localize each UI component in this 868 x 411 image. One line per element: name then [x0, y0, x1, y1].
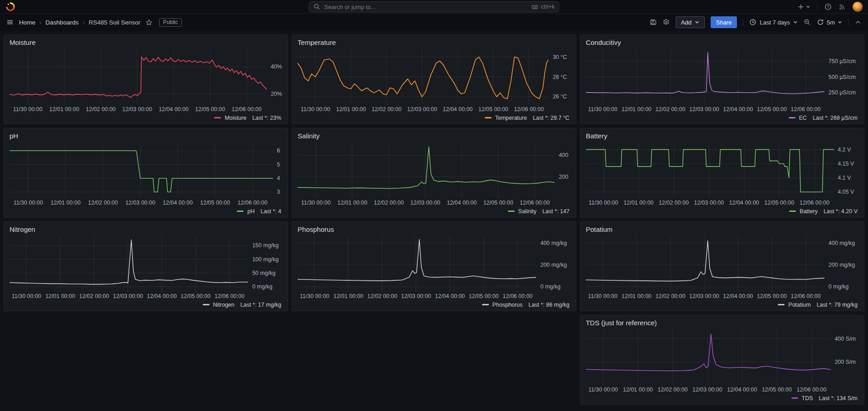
y-axis: 400 S/m200 S/m: [830, 329, 858, 385]
time-series-plot[interactable]: [297, 49, 548, 105]
help-button[interactable]: ?: [824, 3, 832, 10]
settings-button[interactable]: [663, 19, 670, 26]
x-axis-label: 12/03 00:00: [694, 200, 724, 206]
time-series-plot[interactable]: [586, 329, 831, 385]
legend-ph[interactable]: pH Last *: 4: [10, 206, 282, 216]
collapse-toolbar-button[interactable]: [854, 19, 862, 26]
y-axis-label: 200 S/m: [834, 359, 856, 365]
grafana-logo[interactable]: [5, 2, 15, 12]
x-axis-label: 12/05 00:00: [469, 293, 499, 299]
legend-salinity[interactable]: Salinity Last *: 147: [297, 206, 570, 216]
legend-potatium[interactable]: Potatium Last *: 79 mg/kg: [586, 300, 858, 309]
legend-nitrogen[interactable]: Nitrogen Last *: 17 mg/kg: [10, 300, 282, 309]
user-avatar[interactable]: [853, 2, 863, 12]
y-axis-label: 3: [277, 189, 280, 195]
legend-battery[interactable]: Battery Last *: 4.20 V: [586, 206, 858, 216]
chart-area: 400200: [297, 142, 570, 198]
add-button[interactable]: Add: [676, 16, 705, 28]
nav-right-actions: ?: [797, 2, 863, 12]
time-series-plot[interactable]: [10, 49, 267, 105]
legend-moisture[interactable]: Moisture Last *: 23%: [10, 113, 282, 122]
legend-series-name: Salinity: [518, 208, 536, 215]
time-series-plot[interactable]: [297, 142, 555, 198]
breadcrumb-dashboards[interactable]: Dashboards: [45, 19, 78, 26]
x-axis-label: 12/04 00:00: [723, 106, 753, 113]
x-axis-label: 12/06 00:00: [791, 293, 821, 299]
legend-tds-just-for-reference[interactable]: TDS Last *: 134 S/m: [586, 393, 858, 403]
x-axis-label: 12/02 00:00: [79, 293, 109, 299]
panel-title[interactable]: Temperature: [297, 38, 570, 47]
x-axis-label: 12/01 00:00: [336, 106, 366, 113]
x-axis-label: 12/06 00:00: [800, 200, 829, 206]
time-series-plot[interactable]: [10, 236, 248, 292]
search-shortcut-label: ctrl+k: [541, 4, 555, 10]
news-button[interactable]: [839, 3, 846, 10]
legend-conducitivy[interactable]: EC Last *: 268 µS/cm: [586, 113, 858, 122]
panel-title[interactable]: Salinity: [297, 132, 570, 141]
x-axis-label: 12/06 00:00: [502, 293, 532, 299]
favorite-star-button[interactable]: [146, 19, 152, 26]
legend-phosphorus[interactable]: Phosphorus Last *: 86 mg/kg: [297, 300, 570, 309]
panel-moisture: Moisture 40%20% 11/30 00:0012/01 00:0012…: [4, 34, 288, 124]
plot-region: [297, 236, 536, 292]
time-series-plot[interactable]: [586, 142, 834, 198]
legend-series-dash: [237, 210, 244, 212]
panel-title[interactable]: Battery: [586, 132, 858, 141]
chart-area: 6543: [10, 142, 282, 198]
x-axis-label: 12/03 00:00: [689, 293, 719, 299]
time-series-plot[interactable]: [297, 236, 536, 292]
panel-title[interactable]: pH: [10, 132, 282, 141]
panel-title[interactable]: Moisture: [10, 38, 282, 47]
y-axis-label: 4.2 V: [838, 147, 851, 153]
panel-temperature: Temperature 30 °C28 °C26 °C 11/30 00:001…: [292, 34, 576, 124]
refresh-button[interactable]: 5m: [817, 19, 842, 26]
x-axis-label: 12/02 00:00: [374, 200, 404, 206]
time-series-plot[interactable]: [586, 49, 824, 105]
dashboard-grid: Moisture 40%20% 11/30 00:0012/01 00:0012…: [0, 31, 868, 408]
chart-area: 400 S/m200 S/m: [586, 329, 858, 385]
panel-title[interactable]: Potatium: [586, 225, 858, 234]
legend-temperature[interactable]: Temperature Last *: 29.7 °C: [297, 113, 570, 122]
x-axis-label: 11/30 00:00: [13, 106, 43, 113]
x-axis: 11/30 00:0012/01 00:0012/02 00:0012/03 0…: [10, 198, 282, 206]
legend-last-value: Last *: 79 mg/kg: [817, 302, 858, 308]
plot-region: [586, 142, 834, 198]
y-axis-label: 200: [559, 174, 568, 180]
y-axis-label: 50 mg/kg: [252, 270, 275, 276]
question-circle-icon: ?: [824, 3, 832, 10]
time-range-picker[interactable]: Last 7 days: [749, 19, 798, 26]
x-axis-label: 12/05 00:00: [200, 200, 230, 206]
x-axis-label: 12/03 00:00: [407, 106, 437, 113]
plot-region: [297, 142, 555, 198]
save-dashboard-button[interactable]: [649, 19, 657, 26]
panel-title[interactable]: Nitrogen: [10, 225, 282, 234]
search-field[interactable]: [324, 4, 528, 10]
time-series-plot[interactable]: [10, 142, 273, 198]
y-axis-label: 400 S/m: [834, 336, 856, 342]
x-axis-label: 11/30 00:00: [300, 293, 329, 299]
search-input[interactable]: ctrl+k: [309, 1, 559, 12]
panel-title[interactable]: Conducitivy: [586, 38, 858, 47]
x-axis-label: 12/04 00:00: [163, 200, 193, 206]
share-button[interactable]: Share: [711, 16, 737, 28]
zoom-out-button[interactable]: [804, 19, 811, 26]
y-axis: 30 °C28 °C26 °C: [549, 49, 571, 105]
panel-title[interactable]: Phosphorus: [297, 225, 570, 234]
x-axis-label: 12/02 00:00: [86, 106, 116, 113]
x-axis-label: 12/05 00:00: [757, 106, 787, 113]
y-axis-label: 0 mg/kg: [540, 284, 560, 290]
x-axis-label: 12/01 00:00: [624, 200, 653, 206]
menu-button[interactable]: [6, 19, 14, 26]
svg-text:?: ?: [827, 5, 829, 9]
add-button-label: Add: [681, 19, 692, 26]
x-axis-label: 12/06 00:00: [514, 106, 544, 113]
panel-title[interactable]: TDS (just for reference): [586, 318, 858, 328]
star-icon: [146, 19, 152, 26]
breadcrumb-home[interactable]: Home: [19, 19, 35, 26]
x-axis-label: 12/05 00:00: [478, 106, 508, 113]
legend-series-dash: [778, 304, 785, 306]
chevron-down-icon: [793, 20, 798, 24]
new-menu-button[interactable]: [797, 3, 810, 10]
time-series-plot[interactable]: [586, 236, 824, 292]
chevron-down-icon: [838, 20, 842, 24]
